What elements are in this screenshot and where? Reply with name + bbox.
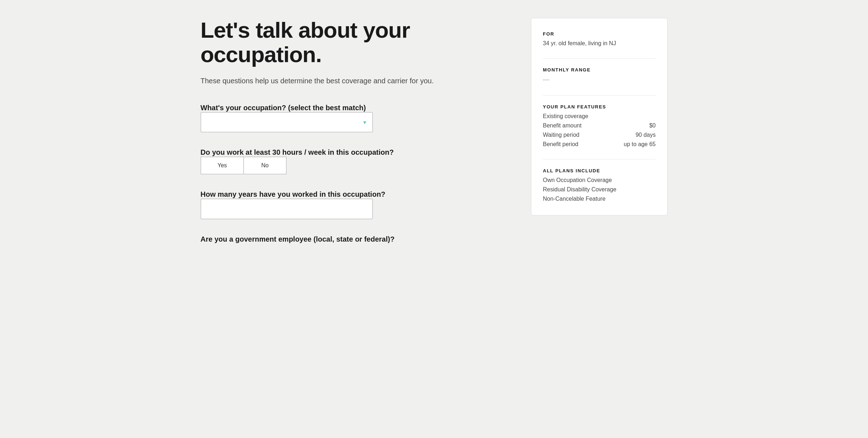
no-button[interactable]: No: [244, 157, 287, 174]
existing-coverage-row: Existing coverage: [543, 113, 656, 120]
occupation-section: What's your occupation? (select the best…: [200, 104, 509, 132]
monthly-range-section: MONTHLY RANGE ---: [543, 67, 656, 84]
divider-1: [543, 58, 656, 59]
waiting-period-label: Waiting period: [543, 132, 580, 138]
all-plans-item-0: Own Occupation Coverage: [543, 177, 656, 183]
hours-toggle-group: Yes No: [200, 157, 287, 174]
waiting-period-value: 90 days: [636, 132, 656, 138]
benefit-period-value: up to age 65: [624, 141, 656, 148]
benefit-amount-value: $0: [649, 122, 656, 129]
waiting-period-row: Waiting period 90 days: [543, 132, 656, 138]
benefit-amount-label: Benefit amount: [543, 122, 582, 129]
benefit-period-label: Benefit period: [543, 141, 578, 148]
occupation-select-wrapper: ▼: [200, 112, 373, 132]
government-label: Are you a government employee (local, st…: [200, 235, 394, 243]
page-title: Let's talk about your occupation.: [200, 18, 509, 67]
divider-2: [543, 95, 656, 95]
government-section: Are you a government employee (local, st…: [200, 235, 509, 243]
years-input[interactable]: [200, 199, 373, 219]
main-content: Let's talk about your occupation. These …: [200, 14, 509, 259]
for-value: 34 yr. old female, living in NJ: [543, 40, 656, 47]
hours-label: Do you work at least 30 hours / week in …: [200, 148, 394, 156]
page-container: Let's talk about your occupation. These …: [200, 14, 668, 259]
all-plans-section: ALL PLANS INCLUDE Own Occupation Coverag…: [543, 168, 656, 202]
divider-3: [543, 159, 656, 159]
all-plans-item-1: Residual Disability Coverage: [543, 186, 656, 193]
years-label: How many years have you worked in this o…: [200, 190, 385, 198]
monthly-range-value: ---: [543, 76, 656, 84]
existing-coverage-label: Existing coverage: [543, 113, 588, 120]
for-label: FOR: [543, 31, 656, 37]
plan-features-label: YOUR PLAN FEATURES: [543, 104, 656, 110]
all-plans-item-2: Non-Cancelable Feature: [543, 196, 656, 202]
benefit-amount-row: Benefit amount $0: [543, 122, 656, 129]
occupation-select[interactable]: [200, 112, 373, 132]
sidebar-card: FOR 34 yr. old female, living in NJ MONT…: [531, 18, 668, 215]
all-plans-label: ALL PLANS INCLUDE: [543, 168, 656, 173]
page-subtitle: These questions help us determine the be…: [200, 77, 509, 85]
plan-features-section: YOUR PLAN FEATURES Existing coverage Ben…: [543, 104, 656, 148]
yes-button[interactable]: Yes: [200, 157, 244, 174]
monthly-range-label: MONTHLY RANGE: [543, 67, 656, 73]
occupation-label: What's your occupation? (select the best…: [200, 104, 366, 112]
hours-section: Do you work at least 30 hours / week in …: [200, 148, 509, 174]
benefit-period-row: Benefit period up to age 65: [543, 141, 656, 148]
for-section: FOR 34 yr. old female, living in NJ: [543, 31, 656, 47]
years-section: How many years have you worked in this o…: [200, 190, 509, 219]
